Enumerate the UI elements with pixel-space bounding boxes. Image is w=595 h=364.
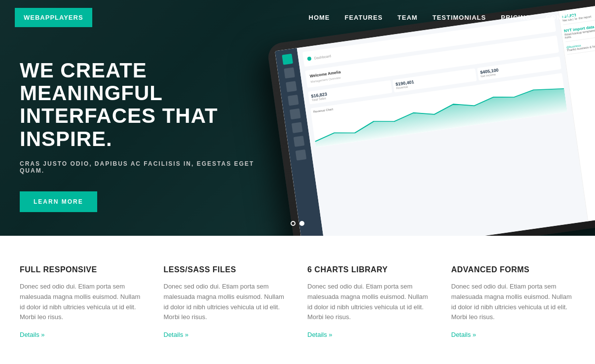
feature-desc-less-sass: Donec sed odio dui. Etiam porta sem male… xyxy=(164,282,288,323)
nav-item-pricing[interactable]: PRICING xyxy=(501,14,531,21)
right-panel-item-3: @business Thanks business & hints... xyxy=(566,40,595,55)
device-main-content: Dashboard Welcome Amelia Management Over… xyxy=(297,11,588,236)
sidebar-dot xyxy=(289,109,300,120)
feature-title-charts-library: 6 CHARTS LIBRARY xyxy=(307,265,432,274)
sidebar-dot xyxy=(282,54,293,65)
feature-title-full-responsive: FULL RESPONSIVE xyxy=(20,265,144,274)
feature-item-charts-library: 6 CHARTS LIBRARYDonec sed odio dui. Etia… xyxy=(307,265,432,339)
nav-item-home[interactable]: HOME xyxy=(309,14,330,21)
features-section: FULL RESPONSIVEDonec sed odio dui. Etiam… xyxy=(0,236,595,364)
sidebar-dot xyxy=(284,68,295,79)
feature-item-advanced-forms: ADVANCED FORMSDonec sed odio dui. Etiam … xyxy=(451,265,576,339)
navbar-brand[interactable]: WEBAPPLAYERS xyxy=(15,8,92,27)
carousel-dot-2[interactable] xyxy=(299,221,304,226)
feature-title-less-sass: LESS/SASS FILES xyxy=(164,265,288,274)
device-header-dot xyxy=(307,56,311,61)
feature-desc-full-responsive: Donec sed odio dui. Etiam porta sem male… xyxy=(20,282,144,323)
learn-more-button[interactable]: LEARN MORE xyxy=(20,191,97,212)
navbar: WEBAPPLAYERS HOMEFEATURESTEAMTESTIMONIAL… xyxy=(0,0,595,35)
feature-title-advanced-forms: ADVANCED FORMS xyxy=(451,265,576,274)
feature-desc-advanced-forms: Donec sed odio dui. Etiam porta sem male… xyxy=(451,282,576,323)
sidebar-dot xyxy=(286,81,297,92)
feature-desc-charts-library: Donec sed odio dui. Etiam porta sem male… xyxy=(307,282,432,323)
hero-device-mockup: Dashboard Welcome Amelia Management Over… xyxy=(269,10,595,236)
feature-link-less-sass[interactable]: Details » xyxy=(164,331,189,338)
nav-item-team[interactable]: TEAM xyxy=(398,14,418,21)
feature-link-charts-library[interactable]: Details » xyxy=(307,331,333,338)
nav-item-testimonials[interactable]: TESTIMONIALS xyxy=(432,14,486,21)
hero-content: WE CREATE MEANINGFUL INTERFACES THAT INS… xyxy=(20,59,276,212)
carousel-dot-1[interactable] xyxy=(291,221,296,226)
sidebar-dot xyxy=(288,95,299,106)
sidebar-dot xyxy=(293,136,304,147)
feature-link-full-responsive[interactable]: Details » xyxy=(20,331,45,338)
navbar-nav: HOMEFEATURESTEAMTESTIMONIALSPRICINGCONTA… xyxy=(309,13,581,22)
feature-item-less-sass: LESS/SASS FILESDonec sed odio dui. Etiam… xyxy=(164,265,288,339)
sidebar-dot xyxy=(295,149,306,161)
nav-item-features[interactable]: FEATURES xyxy=(345,14,383,21)
nav-item-contact[interactable]: CONTACT xyxy=(546,14,580,21)
sidebar-dot xyxy=(291,122,302,134)
feature-link-advanced-forms[interactable]: Details » xyxy=(451,331,477,338)
hero-subtitle: CRAS JUSTO ODIO, DAPIBUS AC FACILISIS IN… xyxy=(20,160,276,174)
hero-title: WE CREATE MEANINGFUL INTERFACES THAT INS… xyxy=(20,59,276,150)
hero-section: WE CREATE MEANINGFUL INTERFACES THAT INS… xyxy=(0,0,595,236)
device-outer: Dashboard Welcome Amelia Management Over… xyxy=(266,0,595,236)
feature-item-full-responsive: FULL RESPONSIVEDonec sed odio dui. Etiam… xyxy=(20,265,144,339)
device-screen: Dashboard Welcome Amelia Management Over… xyxy=(275,5,595,236)
carousel-dots xyxy=(291,221,304,226)
